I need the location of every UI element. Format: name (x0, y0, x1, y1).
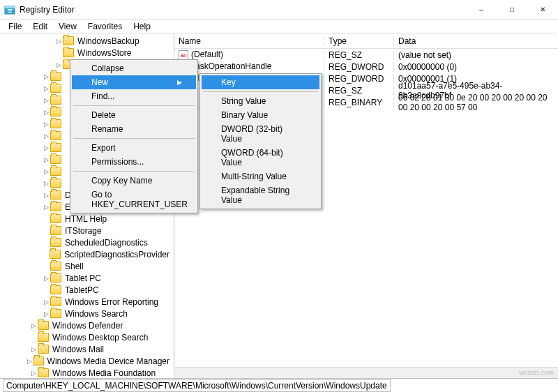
tree-node-label: HTML Help (63, 214, 108, 224)
close-button[interactable]: ✕ (527, 0, 558, 19)
folder-icon (63, 48, 74, 57)
menu-item-copy-key-name[interactable]: Copy Key Name (72, 174, 196, 188)
horizontal-scrollbar[interactable] (175, 367, 558, 378)
expand-icon[interactable]: ▷ (42, 97, 50, 104)
expand-icon[interactable]: ▷ (42, 133, 50, 140)
expand-icon[interactable]: ▷ (42, 156, 50, 163)
expand-icon[interactable]: ▷ (29, 370, 38, 377)
folder-icon (50, 155, 61, 164)
menu-item-go-to-hkey-current-user[interactable]: Go to HKEY_CURRENT_USER (72, 188, 196, 211)
folder-icon (50, 285, 61, 294)
tree-node[interactable]: WindowsStore (0, 47, 174, 59)
tree-node[interactable]: ITStorage (0, 225, 174, 236)
tree-node[interactable]: ▷Tablet PC (0, 272, 174, 284)
menu-item-collapse[interactable]: Collapse (72, 61, 196, 75)
list-header[interactable]: Name Type Data (174, 33, 558, 49)
expand-icon[interactable]: ▷ (42, 168, 50, 175)
expand-icon[interactable]: ▷ (42, 299, 50, 306)
tree-node[interactable]: ▷Windows Search (0, 308, 174, 319)
tree-node[interactable]: ▷WindowsBackup (0, 35, 174, 47)
menu-item-label: Expandable String Value (221, 186, 306, 205)
context-menu[interactable]: CollapseNew▶Find...DeleteRenameExportPer… (70, 59, 198, 213)
tree-node-label: Windows Media Foundation (51, 368, 157, 378)
menu-view[interactable]: View (53, 21, 82, 32)
tree-node-label: Tablet PC (63, 273, 103, 283)
menu-item-label: Collapse (91, 63, 124, 73)
expand-icon[interactable]: ▷ (42, 85, 50, 92)
menu-item-export[interactable]: Export (72, 141, 196, 155)
menu-item-rename[interactable]: Rename (72, 122, 196, 136)
folder-icon (50, 309, 61, 318)
value-type: REG_DWORD (324, 62, 394, 72)
tree-node[interactable]: ▷Windows Error Reporting (0, 296, 174, 308)
column-data[interactable]: Data (394, 36, 558, 46)
folder-icon (38, 345, 49, 354)
expand-icon[interactable]: ▷ (42, 121, 50, 128)
folder-icon (50, 214, 61, 223)
expand-icon[interactable]: ▷ (42, 192, 50, 199)
menu-separator (73, 105, 195, 106)
menu-item-new[interactable]: New▶ (72, 75, 196, 89)
tree-node[interactable]: ScriptedDiagnosticsProvider (0, 248, 174, 260)
tree-node[interactable]: Shell (0, 260, 174, 272)
tree-node[interactable]: HTML Help (0, 213, 174, 225)
expand-icon[interactable]: ▷ (29, 346, 38, 353)
menu-item-delete[interactable]: Delete (72, 108, 196, 122)
tree-node-label: Windows Media Device Manager (46, 356, 171, 366)
expand-icon[interactable]: ▷ (42, 180, 50, 187)
menu-item-expandable-string-value[interactable]: Expandable String Value (202, 183, 319, 207)
expand-icon[interactable]: ▷ (42, 275, 50, 282)
tree-node[interactable]: ▷Windows Mail (0, 343, 174, 355)
expand-icon[interactable]: ▷ (54, 38, 63, 45)
menu-item-find[interactable]: Find... (72, 89, 196, 103)
menu-file[interactable]: File (3, 21, 27, 32)
menu-item-label: String Value (221, 96, 266, 106)
folder-icon (50, 119, 61, 128)
expand-icon[interactable]: ▷ (29, 322, 38, 329)
column-type[interactable]: Type (324, 36, 394, 46)
value-type: REG_SZ (324, 86, 394, 96)
expand-icon[interactable]: ▷ (42, 310, 50, 317)
menu-item-key[interactable]: Key (202, 75, 319, 89)
column-name[interactable]: Name (174, 36, 324, 46)
svg-rect-3 (8, 10, 12, 11)
tree-node[interactable]: ScheduledDiagnostics (0, 236, 174, 248)
expand-icon[interactable]: ▷ (42, 73, 50, 80)
expand-icon[interactable]: ▷ (42, 144, 50, 151)
value-name: TaskOperationHandle (191, 61, 271, 71)
tree-node[interactable]: ▷Windows Defender (0, 319, 174, 331)
menu-item-label: Key (221, 77, 236, 87)
menu-item-binary-value[interactable]: Binary Value (202, 108, 319, 122)
minimize-button[interactable]: – (466, 0, 497, 19)
svg-rect-4 (8, 12, 12, 13)
expand-icon[interactable]: ▷ (26, 358, 33, 365)
folder-icon (50, 262, 61, 271)
value-name: (Default) (191, 50, 223, 59)
tree-node[interactable]: TabletPC (0, 284, 174, 296)
context-submenu-new[interactable]: KeyString ValueBinary ValueDWORD (32-bit… (199, 73, 322, 209)
menu-item-dword-32-bit-value[interactable]: DWORD (32-bit) Value (202, 122, 319, 146)
tree-node-label: Windows Desktop Search (51, 333, 149, 342)
menu-item-string-value[interactable]: String Value (202, 94, 319, 108)
menu-edit[interactable]: Edit (27, 21, 53, 32)
menu-item-label: Find... (91, 91, 114, 101)
menu-item-qword-64-bit-value[interactable]: QWORD (64-bit) Value (202, 146, 319, 169)
maximize-button[interactable]: □ (497, 0, 527, 19)
menu-item-multi-string-value[interactable]: Multi-String Value (202, 169, 319, 183)
menu-help[interactable]: Help (128, 21, 156, 32)
menu-item-label: Go to HKEY_CURRENT_USER (91, 190, 188, 209)
expand-icon[interactable]: ▷ (42, 204, 50, 211)
tree-node-label: Windows Error Reporting (63, 297, 160, 307)
tree-node[interactable]: Windows Desktop Search (0, 331, 174, 343)
list-row[interactable]: 01TaskOperationHandleREG_DWORD0x00000000… (174, 61, 558, 73)
value-type: REG_SZ (324, 50, 394, 60)
menu-favorites[interactable]: Favorites (82, 21, 128, 32)
tree-node[interactable]: ▷Windows Media Foundation (0, 367, 174, 378)
menu-item-label: Copy Key Name (91, 176, 152, 186)
tree-node[interactable]: ▷Windows Media Device Manager (0, 355, 174, 367)
menu-item-permissions[interactable]: Permissions... (72, 155, 196, 169)
expand-icon[interactable]: ▷ (42, 109, 50, 116)
svg-rect-1 (5, 6, 15, 8)
list-row[interactable]: ab(Default)REG_SZ(value not set) (174, 49, 558, 61)
expand-icon[interactable]: ▷ (54, 61, 63, 68)
